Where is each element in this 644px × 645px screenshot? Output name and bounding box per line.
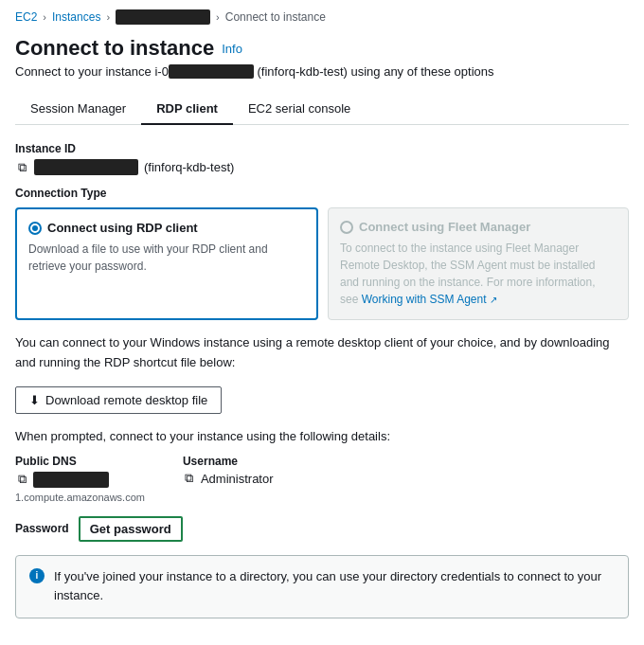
username-column: Username ⧉ Administrator [183, 455, 274, 503]
password-label: Password [15, 522, 69, 535]
ssm-agent-link[interactable]: Working with SSM Agent ↗ [362, 293, 497, 306]
username-label: Username [183, 455, 274, 468]
instance-id-row: ⧉ (finforq-kdb-test) [15, 159, 629, 175]
external-link-icon: ↗ [490, 295, 497, 305]
tab-ec2-serial-console[interactable]: EC2 serial console [233, 94, 366, 125]
info-icon: i [29, 568, 45, 583]
username-copy-icon[interactable]: ⧉ [183, 472, 196, 485]
dns-copy-icon[interactable]: ⧉ [15, 473, 28, 486]
breadcrumb-chevron-2: › [106, 11, 110, 23]
info-box-text: If you've joined your instance to a dire… [54, 567, 615, 607]
fleet-card-title-text: Connect using Fleet Manager [359, 220, 530, 234]
tabs-container: Session Manager RDP client EC2 serial co… [15, 94, 629, 125]
get-password-button[interactable]: Get password [79, 516, 183, 542]
breadcrumb-ec2-link[interactable]: EC2 [15, 10, 37, 24]
page-subtitle: Connect to your instance i-0 (finforq-kd… [15, 64, 629, 79]
details-prompt: When prompted, connect to your instance … [15, 429, 629, 443]
rdp-card-title-text: Connect using RDP client [47, 221, 198, 235]
username-text: Administrator [201, 472, 274, 486]
info-link[interactable]: Info [222, 42, 242, 56]
password-row: Password Get password [15, 516, 629, 542]
dns-column: Public DNS ⧉ 1.compute.amazonaws.com [15, 455, 145, 503]
copy-icon[interactable]: ⧉ [15, 161, 28, 174]
fleet-radio [340, 221, 353, 234]
connection-options: Connect using RDP client Download a file… [15, 207, 629, 320]
username-value: ⧉ Administrator [183, 472, 274, 486]
breadcrumb-chevron-1: › [43, 11, 46, 23]
dns-redacted [33, 472, 109, 488]
breadcrumb-instances-link[interactable]: Instances [52, 10, 100, 24]
rdp-card-desc: Download a file to use with your RDP cli… [28, 241, 305, 275]
fleet-card-title: Connect using Fleet Manager [340, 220, 617, 234]
instance-id-redacted [34, 159, 138, 175]
tab-session-manager[interactable]: Session Manager [15, 94, 141, 125]
dns-label: Public DNS [15, 455, 145, 468]
fleet-card-desc: To connect to the instance using Fleet M… [340, 240, 617, 308]
dns-subtext: 1.compute.amazonaws.com [15, 492, 145, 503]
connection-card-fleet: Connect using Fleet Manager To connect t… [328, 207, 629, 320]
page-title-text: Connect to instance [15, 36, 214, 61]
breadcrumb-instance-id [116, 9, 210, 25]
breadcrumb-current: Connect to instance [225, 10, 326, 24]
description-text: You can connect to your Windows instance… [15, 333, 629, 373]
page-title: Connect to instance Info [15, 36, 629, 61]
dns-value: ⧉ [15, 472, 145, 488]
download-desktop-file-button[interactable]: ⬇ Download remote desktop file [15, 386, 222, 414]
instance-id-name: (finforq-kdb-test) [144, 160, 234, 174]
rdp-radio[interactable] [28, 222, 42, 235]
connection-card-rdp[interactable]: Connect using RDP client Download a file… [15, 207, 318, 320]
download-button-label: Download remote desktop file [45, 393, 207, 407]
tab-rdp-client[interactable]: RDP client [141, 94, 233, 125]
breadcrumb-chevron-3: › [216, 11, 220, 23]
instance-id-label: Instance ID [15, 142, 629, 155]
download-icon: ⬇ [29, 393, 40, 407]
rdp-card-title: Connect using RDP client [28, 221, 305, 235]
details-grid: Public DNS ⧉ 1.compute.amazonaws.com Use… [15, 455, 629, 503]
connection-type-label: Connection Type [15, 187, 629, 200]
breadcrumb: EC2 › Instances › › Connect to instance [15, 9, 629, 25]
info-box: i If you've joined your instance to a di… [15, 555, 629, 619]
